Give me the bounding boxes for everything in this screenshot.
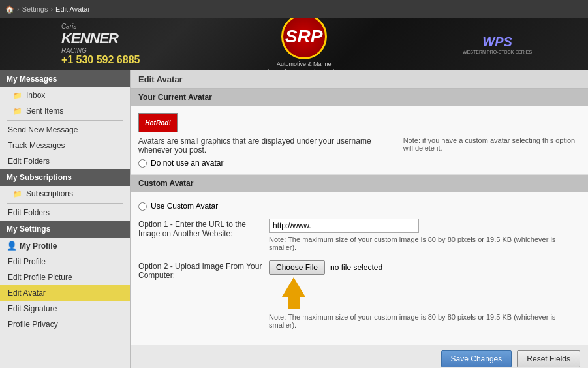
no-avatar-label[interactable]: Do not use an avatar — [151, 159, 223, 168]
banner-right: WPS WESTERN PRO-STOCK SERIES — [463, 35, 532, 54]
choose-file-button[interactable]: Choose File — [269, 260, 325, 275]
breadcrumb-edit-avatar: Edit Avatar — [55, 5, 90, 13]
banner-brand-name: KENNER — [61, 30, 140, 47]
sidebar-item-edit-signature[interactable]: Edit Signature — [0, 301, 130, 316]
upload-note: Note: The maximum size of your custom im… — [269, 313, 569, 329]
banner-tagline-1: Automotive & Marine — [277, 61, 332, 67]
your-avatar-section-title: Your Current Avatar — [131, 89, 588, 106]
avatar-note-text: Note: if you have a custom avatar select… — [403, 136, 580, 152]
file-upload-row: Choose File no file selected — [269, 260, 580, 275]
breadcrumb: 🏠 › Settings › Edit Avatar — [0, 0, 588, 18]
use-custom-avatar-radio[interactable] — [138, 202, 147, 211]
custom-avatar-section-title: Custom Avatar — [131, 175, 588, 192]
sidebar-item-edit-folders-messages[interactable]: Edit Folders — [0, 153, 130, 169]
page-title: Edit Avatar — [131, 70, 588, 89]
custom-avatar-content: Use Custom Avatar Option 1 - Enter the U… — [131, 192, 588, 345]
wps-logo: WPS — [463, 35, 532, 50]
banner-left: Caris KENNER RACING +1 530 592 6885 — [56, 18, 146, 70]
srp-logo: SRP — [281, 18, 327, 59]
sidebar-header-subscriptions: My Subscriptions — [0, 169, 130, 186]
sidebar-item-track-messages[interactable]: Track Messages — [0, 138, 130, 153]
arrow-stem-shape — [288, 297, 300, 309]
sidebar-item-edit-profile-picture[interactable]: Edit Profile Picture — [0, 269, 130, 285]
option1-input-area: Note: The maximum size of your custom im… — [269, 219, 580, 251]
sidebar-item-send-message[interactable]: Send New Message — [0, 122, 130, 138]
sidebar-header-messages: My Messages — [0, 70, 130, 87]
reset-fields-button[interactable]: Reset Fields — [517, 350, 580, 367]
no-file-text: no file selected — [330, 263, 382, 272]
main-layout: My Messages Inbox Sent Items Send New Me… — [0, 70, 588, 368]
banner-phone: +1 530 592 6885 — [61, 54, 140, 66]
option2-label: Option 2 - Upload Image From Your Comput… — [138, 260, 269, 280]
main-content: Edit Avatar Your Current Avatar HotRod! … — [131, 70, 588, 368]
banner-brand-pre: Caris — [61, 23, 140, 30]
url-input[interactable] — [269, 219, 419, 233]
option2-row: Option 2 - Upload Image From Your Comput… — [138, 260, 580, 329]
sidebar-item-subscriptions[interactable]: Subscriptions — [0, 186, 130, 202]
arrow-up-shape — [282, 277, 305, 297]
arrow-indicator — [282, 277, 305, 309]
save-changes-button[interactable]: Save Changes — [441, 350, 512, 367]
use-custom-label[interactable]: Use Custom Avatar — [151, 202, 218, 211]
action-bar: Save Changes Reset Fields — [131, 345, 588, 368]
sidebar-item-my-profile[interactable]: 👤 My Profile — [0, 238, 130, 254]
option1-label: Option 1 - Enter the URL to the Image on… — [138, 219, 269, 238]
sidebar-item-edit-folders-subs[interactable]: Edit Folders — [0, 205, 130, 221]
wps-sub: WESTERN PRO-STOCK SERIES — [463, 50, 532, 54]
sidebar-header-settings: My Settings — [0, 221, 130, 238]
banner-brand-sub: RACING — [61, 47, 140, 54]
breadcrumb-separator: › — [17, 5, 20, 13]
sidebar: My Messages Inbox Sent Items Send New Me… — [0, 70, 131, 368]
avatar-description-text: Avatars are small graphics that are disp… — [138, 136, 390, 155]
banner: Caris KENNER RACING +1 530 592 6885 SRP … — [0, 18, 588, 70]
no-avatar-radio[interactable] — [138, 159, 147, 168]
sidebar-item-edit-avatar[interactable]: Edit Avatar — [0, 285, 130, 301]
banner-tagline-2: Racing Safety Apparel & Equipment — [257, 69, 350, 70]
main-body: Your Current Avatar HotRod! Avatars are … — [131, 89, 588, 368]
breadcrumb-arrow: › — [50, 5, 53, 13]
home-icon[interactable]: 🏠 — [5, 5, 14, 14]
your-avatar-content: HotRod! Avatars are small graphics that … — [131, 106, 588, 175]
url-note: Note: The maximum size of your custom im… — [269, 236, 569, 251]
current-avatar-image: HotRod! — [138, 113, 178, 132]
breadcrumb-settings[interactable]: Settings — [22, 5, 48, 13]
option1-row: Option 1 - Enter the URL to the Image on… — [138, 219, 580, 251]
option2-input-area: Choose File no file selected Note: The m… — [269, 260, 580, 329]
banner-center: SRP Automotive & Marine Racing Safety Ap… — [257, 18, 350, 70]
sidebar-item-profile-privacy[interactable]: Profile Privacy — [0, 316, 130, 332]
sidebar-item-sent[interactable]: Sent Items — [0, 103, 130, 119]
sidebar-item-inbox[interactable]: Inbox — [0, 87, 130, 103]
sidebar-item-edit-profile[interactable]: Edit Profile — [0, 254, 130, 269]
